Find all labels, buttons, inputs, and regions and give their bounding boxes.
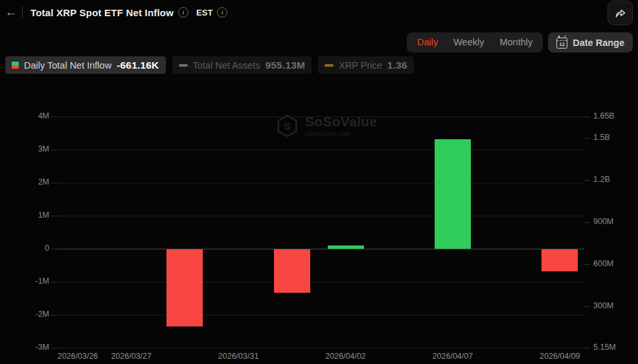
- tab-weekly[interactable]: Weekly: [446, 32, 492, 52]
- left-axis-label: 4M: [18, 111, 49, 120]
- xrp-etf-netinflow-page: ← Total XRP Spot ETF Net Inflow i EST i …: [0, 0, 638, 364]
- share-button[interactable]: [608, 1, 633, 25]
- gray-dash-marker-icon: [179, 64, 188, 67]
- x-axis-label: 2026/04/09: [540, 352, 580, 361]
- legend-value: 1.36: [387, 60, 407, 71]
- h-gridline: [57, 150, 584, 150]
- right-axis-tick: [584, 117, 590, 117]
- left-axis-label: 0: [18, 244, 49, 253]
- right-axis-label: 5.15M: [593, 343, 616, 352]
- sosovalue-logo-icon: S: [275, 114, 299, 138]
- legend-value: 955.13M: [265, 60, 305, 71]
- chart-toolbar: Daily Weekly Monthly 12 Date Range: [407, 32, 633, 52]
- x-axis-label: 2026/03/27: [111, 352, 152, 361]
- h-gridline: [57, 249, 584, 249]
- left-axis-tick: [51, 282, 57, 282]
- h-gridline: [57, 282, 584, 282]
- right-axis-label: 1.5B: [593, 133, 610, 142]
- bar-chart-plot-area[interactable]: 4M3M2M1M0-1M-2M-3M1.65B1.5B1.2B900M600M3…: [0, 0, 638, 364]
- left-axis-tick: [51, 150, 57, 150]
- right-axis-tick: [584, 264, 590, 265]
- watermark-brand: SoSoValue: [305, 115, 377, 128]
- legend-label: Daily Total Net Inflow: [24, 60, 111, 71]
- x-axis-label: 2026/04/07: [433, 352, 473, 361]
- h-gridline: [57, 183, 584, 183]
- timezone-badge: EST: [196, 8, 212, 17]
- right-axis-label: 300M: [593, 301, 613, 310]
- watermark-url: sosovalue.com: [305, 130, 377, 137]
- back-button[interactable]: ←: [0, 5, 22, 19]
- left-axis-label: -3M: [18, 343, 49, 352]
- legend-label: Total Net Assets: [193, 60, 260, 71]
- left-axis-label: 1M: [18, 210, 49, 220]
- h-gridline: [57, 315, 584, 315]
- h-gridline: [57, 348, 584, 348]
- right-axis-label: 1.2B: [593, 175, 610, 184]
- right-axis-tick: [584, 180, 590, 181]
- right-axis-label: 1.65B: [593, 111, 615, 120]
- chart-bar[interactable]: [541, 249, 578, 271]
- left-axis-label: 3M: [18, 144, 49, 154]
- page-title: Total XRP Spot ETF Net Inflow: [30, 7, 174, 18]
- right-axis-tick: [584, 348, 590, 348]
- title-info-icon[interactable]: i: [178, 7, 188, 17]
- left-axis-tick: [51, 249, 57, 249]
- period-tab-group: Daily Weekly Monthly: [407, 32, 543, 52]
- left-axis-tick: [51, 117, 57, 117]
- legend-item-total-net-assets[interactable]: Total Net Assets 955.13M: [172, 56, 312, 74]
- sosovalue-watermark: S SoSoValue sosovalue.com: [275, 114, 377, 138]
- h-gridline: [57, 216, 584, 216]
- left-axis-tick: [51, 315, 57, 315]
- date-range-label: Date Range: [573, 38, 624, 48]
- tab-monthly[interactable]: Monthly: [492, 32, 540, 52]
- date-range-button[interactable]: 12 Date Range: [548, 32, 633, 52]
- left-axis-tick: [51, 216, 57, 216]
- legend-item-daily-net-inflow[interactable]: Daily Total Net Inflow -661.16K: [5, 56, 166, 74]
- calendar-icon: 12: [556, 38, 567, 49]
- left-axis-label: 2M: [18, 177, 49, 187]
- left-axis-tick: [51, 183, 57, 183]
- share-icon: [614, 7, 626, 19]
- right-axis-tick: [584, 138, 590, 139]
- chart-bar[interactable]: [166, 249, 203, 326]
- header-divider: [22, 6, 23, 18]
- x-axis-label: 2026/03/31: [218, 352, 259, 361]
- right-axis-label: 900M: [593, 217, 613, 226]
- right-axis-label: 600M: [593, 259, 613, 268]
- legend-label: XRP Price: [339, 60, 382, 71]
- timezone-info-icon[interactable]: i: [217, 7, 227, 17]
- svg-text:S: S: [284, 120, 290, 131]
- chart-legend: Daily Total Net Inflow -661.16K Total Ne…: [5, 56, 414, 74]
- left-axis-label: -1M: [18, 277, 49, 286]
- x-axis-label: 2026/04/02: [325, 352, 366, 361]
- back-arrow-icon: ←: [5, 5, 17, 19]
- left-axis-label: -2M: [18, 310, 49, 319]
- x-axis-label: 2026/03/26: [58, 352, 98, 361]
- left-axis-tick: [51, 348, 57, 348]
- header-bar: ← Total XRP Spot ETF Net Inflow i EST i: [0, 0, 638, 25]
- chart-bar[interactable]: [274, 249, 310, 293]
- chart-bar[interactable]: [328, 245, 364, 249]
- tab-daily[interactable]: Daily: [409, 32, 446, 52]
- right-axis-tick: [584, 222, 590, 223]
- right-axis-tick: [584, 306, 590, 307]
- green-red-bar-marker-icon: [12, 62, 19, 69]
- legend-item-xrp-price[interactable]: XRP Price 1.36: [318, 56, 414, 74]
- legend-value: -661.16K: [117, 60, 159, 71]
- chart-bar[interactable]: [435, 139, 471, 249]
- gold-dash-marker-icon: [325, 64, 334, 67]
